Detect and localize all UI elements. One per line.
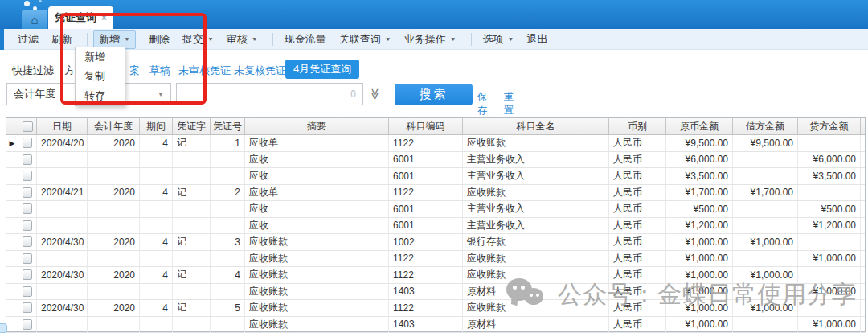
scheme-active-april[interactable]: 4月凭证查询 — [285, 60, 359, 79]
chevron-down-icon: ▼ — [207, 36, 214, 42]
column-header-period[interactable]: 期间 — [140, 118, 173, 134]
column-header-summary[interactable]: 摘要 — [245, 118, 389, 134]
table-row[interactable]: 应收6001主营业务收入人民币¥1,200.00¥1,200.00 — [6, 218, 865, 235]
scheme-link-未审核凭证[interactable]: 未审核凭证 — [178, 64, 231, 78]
column-header-fiscal_year[interactable]: 会计年度 — [88, 118, 140, 134]
cell-voucher_word: 记 — [173, 185, 211, 201]
tab-home[interactable]: ⌂ — [22, 10, 47, 29]
cell-account_name: 应收账款 — [463, 300, 609, 316]
reset-link[interactable]: 重置 — [504, 90, 514, 117]
table-overflow-sliver — [861, 118, 865, 134]
scheme-fragment-left[interactable]: 方 — [64, 64, 75, 78]
cell-period — [140, 317, 173, 333]
toolbar-button-审核[interactable]: 审核▼ — [227, 32, 258, 47]
column-header-date[interactable]: 日期 — [37, 118, 88, 134]
column-header-currency[interactable]: 币别 — [609, 118, 666, 134]
row-checkbox[interactable] — [23, 220, 32, 231]
cell-fiscal_year — [88, 317, 140, 333]
row-checkbox[interactable] — [23, 253, 32, 264]
cell-voucher_no — [211, 201, 245, 217]
row-checkbox[interactable] — [23, 302, 32, 313]
scheme-fragment-right[interactable]: 案 — [129, 64, 140, 78]
cell-debit_amount — [733, 201, 798, 217]
row-indicator-cell — [6, 300, 18, 316]
toolbar-button-关联查询[interactable]: 关联查询▼ — [339, 32, 391, 47]
cell-account_name: 主营业务收入 — [463, 218, 609, 234]
cell-currency: 人民币 — [609, 152, 666, 168]
select-all-checkbox[interactable] — [23, 121, 33, 132]
cell-period: 4 — [140, 267, 173, 283]
left-edge-strip — [0, 29, 4, 50]
cell-period — [140, 201, 173, 217]
cell-fiscal_year — [88, 251, 140, 267]
column-header-account_name[interactable]: 科目全名 — [463, 118, 609, 134]
table-row[interactable]: 2020/4/2120204记2应收单1122应收账款人民币¥1,700.00¥… — [6, 185, 865, 202]
column-header-voucher_word[interactable]: 凭证字 — [173, 118, 211, 134]
toolbar-button-新增[interactable]: 新增▼ — [93, 30, 136, 49]
cell-original_amount: ¥1,000.00 — [666, 317, 733, 333]
table-row[interactable]: 应收6001主营业务收入人民币¥6,000.00¥6,000.00 — [6, 152, 865, 169]
table-row[interactable]: 应收6001主营业务收入人民币¥500.00¥500.00 — [6, 201, 865, 218]
cell-voucher_word — [173, 201, 211, 217]
column-header-original_amount[interactable]: 原币金额 — [666, 118, 733, 134]
cell-period: 4 — [140, 185, 173, 201]
scheme-link-草稿[interactable]: 草稿 — [149, 64, 170, 78]
row-indicator-cell — [6, 168, 18, 184]
close-tab-icon[interactable]: × — [101, 12, 107, 23]
search-button[interactable]: 搜索 — [395, 84, 473, 105]
toolbar-button-label: 刷新 — [51, 32, 72, 47]
toolbar-button-提交[interactable]: 提交▼ — [182, 32, 214, 47]
column-header-voucher_no[interactable]: 凭证号 — [211, 118, 245, 134]
cell-date — [37, 251, 88, 267]
expand-more-chevron-icon[interactable]: ≫ — [369, 88, 382, 99]
filter-value-input[interactable]: 0 — [176, 83, 363, 105]
cell-credit_amount — [798, 185, 861, 201]
checkbox-cell — [18, 218, 37, 234]
row-checkbox[interactable] — [23, 138, 32, 148]
tab-voucher-query[interactable]: 凭证查询 × — [48, 6, 113, 29]
row-checkbox[interactable] — [23, 171, 32, 181]
cell-account_name: 应收账款 — [463, 185, 609, 201]
column-header-account_code[interactable]: 科目编码 — [389, 118, 463, 134]
table-row[interactable]: 2020/4/3020204记4应收账款1122应收账款人民币¥1,000.00… — [6, 267, 865, 284]
column-header-credit_amount[interactable]: 贷方金额 — [798, 118, 861, 134]
menu-item-转存[interactable]: 转存 — [76, 86, 125, 105]
table-row[interactable]: 2020/4/3020204记3应收账款1002银行存款人民币¥1,000.00… — [6, 234, 865, 251]
table-row[interactable]: 应收6001主营业务收入人民币¥3,500.00¥3,500.00 — [6, 168, 865, 185]
row-checkbox[interactable] — [23, 236, 32, 247]
checkbox-cell — [18, 267, 37, 283]
toolbar-button-选项[interactable]: 选项▼ — [483, 32, 514, 47]
toolbar-button-刷新[interactable]: 刷新 — [51, 32, 72, 47]
table-row[interactable]: 应收账款1403原材料人民币¥1,000.00¥1,000.00 — [6, 284, 865, 301]
row-checkbox[interactable] — [23, 187, 32, 198]
table-row[interactable]: 应收账款1122应收账款人民币¥1,000.00¥1,000.00 — [6, 251, 865, 268]
menu-item-新增[interactable]: 新增 — [76, 47, 125, 67]
corner-scroll-fragment[interactable] — [0, 323, 7, 333]
add-dropdown-menu: 新增复制转存 — [75, 47, 125, 106]
toolbar-button-现金流量[interactable]: 现金流量 — [285, 32, 326, 47]
cell-fiscal_year: 2020 — [88, 267, 140, 283]
row-checkbox[interactable] — [23, 154, 32, 165]
menu-item-复制[interactable]: 复制 — [76, 67, 125, 86]
row-checkbox[interactable] — [23, 286, 32, 297]
cell-currency: 人民币 — [609, 267, 666, 283]
row-checkbox[interactable] — [23, 269, 32, 280]
toolbar-button-业务操作[interactable]: 业务操作▼ — [404, 32, 457, 47]
cell-currency: 人民币 — [609, 234, 666, 250]
table-row[interactable]: ▶2020/4/2020204记1应收单1122应收账款人民币¥9,500.00… — [6, 135, 865, 152]
toolbar-button-删除[interactable]: 删除 — [149, 32, 170, 47]
toolbar-button-过滤[interactable]: 过滤 — [18, 32, 39, 47]
cell-account_code: 1122 — [389, 251, 463, 267]
row-checkbox[interactable] — [23, 204, 32, 214]
toolbar-button-退出[interactable]: 退出 — [527, 32, 548, 47]
row-checkbox[interactable] — [23, 319, 32, 330]
table-row[interactable]: 2020/4/3020204记5应收账款1122应收账款人民币¥1,000.00… — [6, 300, 865, 317]
tab-title: 凭证查询 — [55, 10, 96, 25]
scheme-link-未复核凭证[interactable]: 未复核凭证 — [234, 64, 286, 78]
cell-fiscal_year: 2020 — [88, 185, 140, 201]
cell-fiscal_year — [88, 284, 140, 300]
column-header-debit_amount[interactable]: 借方金额 — [733, 118, 798, 134]
chevron-down-icon: ▼ — [508, 36, 514, 42]
table-row[interactable]: 应收账款1403原材料人民币¥1,000.00¥1,000.00 — [6, 317, 865, 333]
save-scheme-link[interactable]: 保存 — [477, 90, 487, 117]
